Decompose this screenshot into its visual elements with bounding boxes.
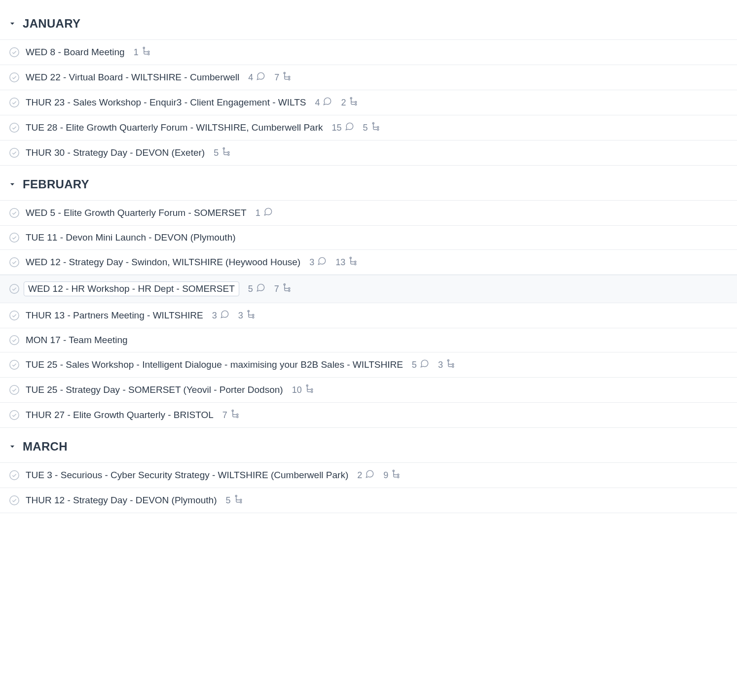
subtasks-count[interactable]: 9 bbox=[383, 469, 401, 481]
caret-down-icon[interactable] bbox=[9, 181, 16, 188]
task-row[interactable]: TUE 11 - Devon Mini Launch - DEVON (Plym… bbox=[0, 225, 737, 249]
comment-icon bbox=[365, 469, 374, 481]
comments-count[interactable]: 2 bbox=[357, 469, 374, 481]
task-title[interactable]: WED 5 - Elite Growth Quarterly Forum - S… bbox=[26, 208, 247, 218]
svg-point-29 bbox=[288, 290, 290, 291]
subtask-icon bbox=[305, 384, 314, 396]
task-row[interactable]: TUE 3 - Securious - Cyber Security Strat… bbox=[0, 462, 737, 488]
task-title[interactable]: WED 22 - Virtual Board - WILTSHIRE - Cum… bbox=[26, 72, 239, 83]
subtasks-count-value: 10 bbox=[292, 385, 302, 395]
complete-check-icon[interactable] bbox=[9, 283, 20, 294]
comments-count[interactable]: 4 bbox=[248, 71, 265, 83]
task-row[interactable]: WED 8 - Board Meeting1 bbox=[0, 39, 737, 65]
subtasks-count-value: 13 bbox=[335, 257, 345, 268]
task-row[interactable]: TUE 25 - Strategy Day - SOMERSET (Yeovil… bbox=[0, 377, 737, 402]
comments-count-value: 5 bbox=[412, 360, 417, 370]
comment-icon bbox=[345, 122, 354, 134]
complete-check-icon[interactable] bbox=[9, 470, 20, 481]
task-title[interactable]: TUE 3 - Securious - Cyber Security Strat… bbox=[26, 470, 348, 481]
task-row[interactable]: WED 22 - Virtual Board - WILTSHIRE - Cum… bbox=[0, 65, 737, 90]
complete-check-icon[interactable] bbox=[9, 97, 20, 108]
svg-point-37 bbox=[452, 364, 454, 365]
task-title[interactable]: THUR 12 - Strategy Day - DEVON (Plymouth… bbox=[26, 495, 217, 506]
complete-check-icon[interactable] bbox=[9, 310, 20, 321]
subtasks-count[interactable]: 5 bbox=[363, 122, 380, 134]
subtasks-count[interactable]: 1 bbox=[134, 46, 151, 58]
subtasks-count[interactable]: 7 bbox=[274, 71, 292, 83]
comment-icon bbox=[263, 207, 273, 219]
complete-check-icon[interactable] bbox=[9, 385, 20, 395]
task-row[interactable]: WED 12 - Strategy Day - Swindon, WILTSHI… bbox=[0, 249, 737, 275]
task-title[interactable]: WED 8 - Board Meeting bbox=[26, 47, 125, 58]
svg-point-19 bbox=[228, 154, 229, 155]
complete-check-icon[interactable] bbox=[9, 335, 20, 346]
caret-down-icon[interactable] bbox=[9, 443, 16, 450]
subtasks-count[interactable]: 3 bbox=[438, 359, 455, 371]
task-title[interactable]: WED 12 - HR Workshop - HR Dept - SOMERSE… bbox=[24, 281, 239, 296]
task-row[interactable]: THUR 27 - Elite Growth Quarterly - BRIST… bbox=[0, 402, 737, 428]
task-title[interactable]: THUR 23 - Sales Workshop - Enquir3 - Cli… bbox=[26, 97, 306, 108]
comments-count[interactable]: 15 bbox=[332, 122, 354, 134]
group-header[interactable]: FEBRUARY bbox=[0, 173, 737, 200]
subtasks-count[interactable]: 5 bbox=[214, 147, 231, 159]
svg-point-46 bbox=[236, 416, 238, 418]
subtasks-count[interactable]: 7 bbox=[274, 283, 292, 295]
task-row[interactable]: THUR 12 - Strategy Day - DEVON (Plymouth… bbox=[0, 488, 737, 513]
comment-icon bbox=[323, 97, 332, 108]
subtasks-count[interactable]: 10 bbox=[292, 384, 314, 396]
comments-count[interactable]: 3 bbox=[309, 256, 327, 268]
task-row[interactable]: WED 5 - Elite Growth Quarterly Forum - S… bbox=[0, 200, 737, 225]
group-header[interactable]: JANUARY bbox=[0, 12, 737, 39]
complete-check-icon[interactable] bbox=[9, 232, 20, 243]
group-header[interactable]: MARCH bbox=[0, 435, 737, 462]
subtasks-count-value: 3 bbox=[438, 360, 443, 370]
svg-point-36 bbox=[447, 360, 449, 361]
complete-check-icon[interactable] bbox=[9, 122, 20, 133]
task-title[interactable]: TUE 25 - Sales Workshop - Intelligent Di… bbox=[26, 359, 403, 370]
task-title[interactable]: THUR 27 - Elite Growth Quarterly - BRIST… bbox=[26, 410, 214, 420]
subtask-icon bbox=[230, 409, 240, 421]
task-title[interactable]: MON 17 - Team Meeting bbox=[26, 335, 128, 346]
comments-count[interactable]: 1 bbox=[256, 207, 273, 219]
subtasks-count[interactable]: 5 bbox=[225, 494, 243, 506]
comments-count[interactable]: 5 bbox=[412, 359, 429, 371]
comments-count[interactable]: 3 bbox=[212, 310, 229, 321]
task-meta: 1 bbox=[256, 207, 273, 219]
complete-check-icon[interactable] bbox=[9, 72, 20, 83]
task-meta: 42 bbox=[315, 97, 358, 108]
task-title[interactable]: TUE 25 - Strategy Day - SOMERSET (Yeovil… bbox=[26, 385, 283, 395]
svg-point-13 bbox=[372, 123, 374, 124]
subtask-icon bbox=[282, 71, 292, 83]
subtask-icon bbox=[391, 469, 401, 481]
subtasks-count[interactable]: 2 bbox=[341, 97, 358, 108]
task-title[interactable]: THUR 30 - Strategy Day - DEVON (Exeter) bbox=[26, 147, 205, 158]
task-title[interactable]: WED 12 - Strategy Day - Swindon, WILTSHI… bbox=[26, 257, 300, 268]
subtask-icon bbox=[371, 122, 380, 134]
task-title[interactable]: THUR 13 - Partners Meeting - WILTSHIRE bbox=[26, 310, 203, 321]
complete-check-icon[interactable] bbox=[9, 257, 20, 268]
task-row[interactable]: THUR 30 - Strategy Day - DEVON (Exeter)5 bbox=[0, 140, 737, 166]
task-row[interactable]: THUR 13 - Partners Meeting - WILTSHIRE33 bbox=[0, 303, 737, 328]
task-title[interactable]: TUE 28 - Elite Growth Quarterly Forum - … bbox=[26, 122, 323, 133]
subtasks-count[interactable]: 3 bbox=[238, 310, 256, 321]
complete-check-icon[interactable] bbox=[9, 147, 20, 158]
task-row[interactable]: TUE 28 - Elite Growth Quarterly Forum - … bbox=[0, 115, 737, 140]
task-row[interactable]: WED 12 - HR Workshop - HR Dept - SOMERSE… bbox=[0, 275, 737, 303]
comments-count[interactable]: 4 bbox=[315, 97, 332, 108]
subtasks-count[interactable]: 13 bbox=[335, 256, 358, 268]
complete-check-icon[interactable] bbox=[9, 495, 20, 506]
task-title[interactable]: TUE 11 - Devon Mini Launch - DEVON (Plym… bbox=[26, 232, 236, 243]
subtasks-count-value: 3 bbox=[238, 311, 243, 321]
task-row[interactable]: THUR 23 - Sales Workshop - Enquir3 - Cli… bbox=[0, 90, 737, 115]
complete-check-icon[interactable] bbox=[9, 410, 20, 420]
complete-check-icon[interactable] bbox=[9, 47, 20, 58]
subtasks-count[interactable]: 7 bbox=[222, 409, 240, 421]
svg-point-4 bbox=[10, 73, 19, 82]
svg-point-20 bbox=[10, 209, 19, 217]
comments-count[interactable]: 5 bbox=[248, 283, 265, 295]
task-row[interactable]: TUE 25 - Sales Workshop - Intelligent Di… bbox=[0, 352, 737, 377]
caret-down-icon[interactable] bbox=[9, 20, 16, 27]
complete-check-icon[interactable] bbox=[9, 208, 20, 218]
complete-check-icon[interactable] bbox=[9, 359, 20, 370]
task-row[interactable]: MON 17 - Team Meeting bbox=[0, 328, 737, 352]
